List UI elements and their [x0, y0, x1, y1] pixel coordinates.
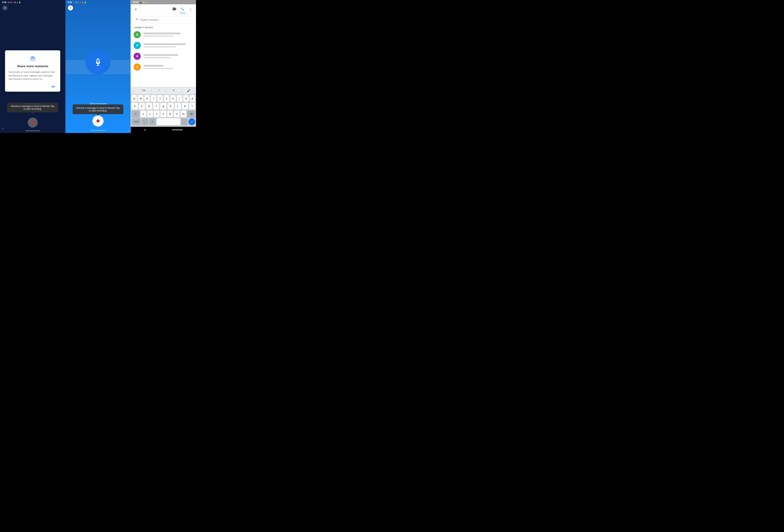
search-bar[interactable]: [133, 17, 194, 23]
nav-pill-2: [91, 130, 105, 131]
contact-name-2: [143, 43, 186, 45]
key-backspace[interactable]: ⌫: [187, 111, 195, 117]
record-dot-1: [31, 121, 34, 124]
key-h[interactable]: h: [167, 103, 174, 110]
kbd-row-1: q1 w2 e3 r4 t5 y6 u7 i8 o9 p0: [132, 95, 195, 102]
contact-item[interactable]: A: [131, 29, 196, 40]
dialog-icon: [9, 55, 57, 62]
contact-sub-3: [143, 57, 171, 58]
keyboard: › I'm I if 🎤 q1 w2 e3 r4 t5 y6 u7 i8 o9 …: [131, 87, 196, 127]
back-arrow-1[interactable]: ‹: [2, 127, 3, 130]
status-bar-1: 9:26 📷 31 • 🔕 ▲ 🔋: [0, 0, 65, 5]
key-send[interactable]: ✓: [189, 118, 195, 125]
mic-circle[interactable]: [85, 50, 111, 75]
more-options-button[interactable]: ⋮: [187, 6, 194, 13]
dialog-body: Send video or voice messages anytime! Ju…: [9, 70, 57, 81]
svg-point-5: [32, 56, 33, 57]
key-b[interactable]: b: [167, 111, 173, 117]
contact-info-4: [143, 65, 193, 69]
kbd-row-4: ?123 , ☺ . ✓: [132, 118, 195, 125]
close-button-3[interactable]: ✕: [133, 6, 138, 13]
contact-item[interactable]: A: [131, 51, 196, 62]
contact-item[interactable]: A: [131, 40, 196, 51]
contact-sub-4: [143, 68, 173, 69]
key-r[interactable]: r4: [151, 95, 157, 102]
record-button-1[interactable]: [28, 118, 38, 128]
key-s[interactable]: s: [139, 103, 145, 110]
contact-name-1: [143, 32, 181, 34]
key-d[interactable]: d: [146, 103, 152, 110]
time-3: 10:24: [133, 1, 138, 3]
suggestion-im[interactable]: I'm: [137, 89, 151, 93]
status-icons-1: 📷 31 • 🔕 ▲ 🔋: [7, 1, 21, 3]
search-icon: [136, 18, 138, 22]
contact-avatar-4: A: [134, 63, 141, 71]
key-l[interactable]: l: [189, 103, 195, 110]
key-emoji[interactable]: ☺: [149, 118, 156, 125]
key-o[interactable]: o9: [183, 95, 189, 102]
record-dot-2: [96, 119, 100, 123]
phone-call-button[interactable]: [179, 6, 186, 13]
video-call-button[interactable]: [171, 6, 178, 13]
search-input[interactable]: [140, 18, 191, 21]
keyboard-mic-icon[interactable]: 🎤: [181, 89, 196, 93]
key-w[interactable]: w2: [138, 95, 143, 102]
key-z[interactable]: z: [140, 111, 146, 117]
kbd-row-3: ⇧ z x c v b n m ⌫: [132, 111, 195, 117]
key-j[interactable]: j: [175, 103, 181, 110]
panel-3: 10:24 📷 31 🔋 ✕ ⋮ CONNECT ON DUO: [131, 0, 196, 133]
kbd-row-2: a s d f g h j k l: [132, 103, 195, 110]
key-e[interactable]: e3: [144, 95, 150, 102]
dialog-actions: OK: [9, 85, 57, 89]
suggestion-if[interactable]: if: [166, 89, 181, 93]
contact-item[interactable]: A: [131, 62, 196, 72]
key-x[interactable]: x: [147, 111, 153, 117]
close-button-2[interactable]: ✕: [68, 5, 73, 10]
key-num-switch[interactable]: ?123: [132, 118, 141, 125]
key-i[interactable]: i8: [177, 95, 182, 102]
status-bar-3: 10:24 📷 31 🔋: [131, 0, 196, 4]
key-comma[interactable]: ,: [142, 118, 148, 125]
suggestion-i[interactable]: I: [151, 89, 166, 93]
close-button-1[interactable]: ✕: [2, 5, 7, 10]
p3-toolbar: ✕ ⋮: [131, 4, 196, 14]
contact-name-4: [143, 65, 163, 67]
key-u[interactable]: u7: [170, 95, 176, 102]
contact-info-3: [143, 54, 193, 58]
key-t[interactable]: t5: [157, 95, 163, 102]
contacts-list: A A A A: [131, 29, 196, 87]
expand-icon[interactable]: ›: [131, 89, 137, 93]
status-bar-2: 9:26 📷 31 • 🔕 ▲ 🔋: [65, 0, 131, 5]
contact-name-3: [143, 54, 178, 56]
key-v[interactable]: v: [160, 111, 166, 117]
key-n[interactable]: n: [174, 111, 179, 117]
key-g[interactable]: g: [160, 103, 167, 110]
record-button-2[interactable]: [92, 115, 104, 126]
key-m[interactable]: m: [180, 111, 186, 117]
contact-avatar-1: A: [134, 31, 141, 38]
key-space[interactable]: [157, 118, 180, 125]
key-k[interactable]: k: [182, 103, 188, 110]
key-p[interactable]: p0: [190, 95, 195, 102]
ok-button[interactable]: OK: [50, 85, 57, 89]
key-c[interactable]: c: [154, 111, 160, 117]
time-1: 9:26: [2, 1, 6, 4]
nav-pill-3: [172, 129, 183, 130]
contact-sub-1: [143, 35, 173, 37]
svg-rect-11: [96, 65, 100, 66]
key-y[interactable]: y6: [164, 95, 169, 102]
svg-point-9: [33, 56, 34, 57]
key-f[interactable]: f: [153, 103, 159, 110]
share-moments-dialog: Share more moments Send video or voice m…: [5, 50, 60, 92]
panel-1: 9:26 📷 31 • 🔕 ▲ 🔋 ✕ Share more moments S: [0, 0, 65, 133]
key-period[interactable]: .: [181, 118, 188, 125]
key-shift[interactable]: ⇧: [132, 111, 140, 117]
keyboard-suggestions: › I'm I if 🎤: [131, 87, 196, 94]
p3-nav-bar: ∨: [131, 127, 196, 133]
nav-pill-1: [26, 130, 40, 131]
phone-active-indicator: [179, 13, 186, 13]
key-q[interactable]: q1: [132, 95, 137, 102]
nav-down-icon[interactable]: ∨: [144, 128, 146, 131]
key-a[interactable]: a: [132, 103, 138, 110]
status-icons-2: 📷 31 • 🔕 ▲ 🔋: [73, 1, 86, 3]
